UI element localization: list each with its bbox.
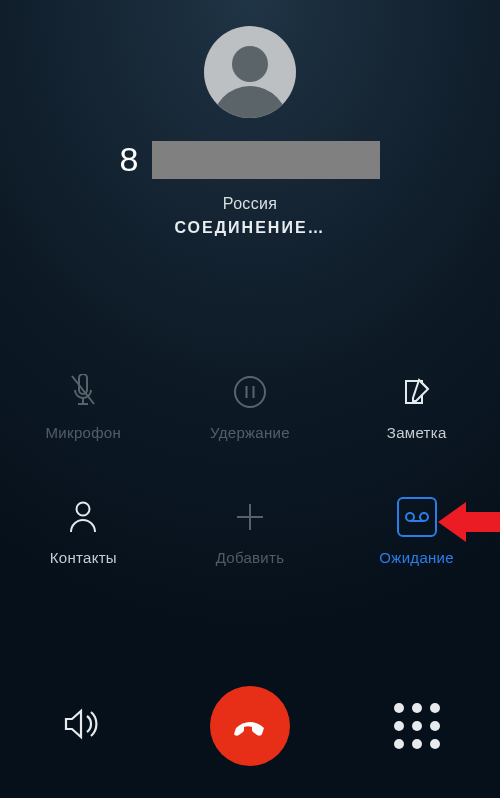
svg-point-6 — [77, 503, 90, 516]
phone-number-row: 8 — [0, 140, 500, 179]
pause-circle-icon — [230, 372, 270, 412]
phone-hangup-icon — [228, 704, 272, 748]
phone-number-prefix: 8 — [120, 140, 139, 179]
note-button[interactable]: Заметка — [333, 372, 500, 441]
person-icon — [63, 497, 103, 537]
svg-point-10 — [420, 513, 428, 521]
svg-point-9 — [406, 513, 414, 521]
plus-icon — [230, 497, 270, 537]
microphone-off-icon — [63, 372, 103, 412]
dialpad-dot-icon — [394, 703, 404, 713]
phone-number-redacted — [152, 141, 380, 179]
add-button[interactable]: Добавить — [167, 497, 334, 566]
add-label: Добавить — [216, 549, 285, 566]
note-label: Заметка — [387, 424, 447, 441]
voicemail-icon — [397, 497, 437, 537]
compose-note-icon — [397, 372, 437, 412]
contacts-button[interactable]: Контакты — [0, 497, 167, 566]
mute-button[interactable]: Микрофон — [0, 372, 167, 441]
waiting-label: Ожидание — [379, 549, 454, 566]
hold-label: Удержание — [210, 424, 290, 441]
call-status: СОЕДИНЕНИЕ… — [0, 219, 500, 237]
svg-marker-12 — [438, 502, 500, 542]
annotation-arrow-icon — [438, 498, 500, 546]
svg-point-3 — [235, 377, 265, 407]
contacts-label: Контакты — [50, 549, 117, 566]
dialpad-button[interactable] — [394, 703, 440, 749]
avatar — [204, 26, 296, 118]
speaker-icon — [62, 707, 104, 741]
mute-label: Микрофон — [46, 424, 122, 441]
end-call-button[interactable] — [210, 686, 290, 766]
speaker-button[interactable] — [62, 707, 104, 745]
hold-button[interactable]: Удержание — [167, 372, 334, 441]
country-label: Россия — [0, 195, 500, 213]
